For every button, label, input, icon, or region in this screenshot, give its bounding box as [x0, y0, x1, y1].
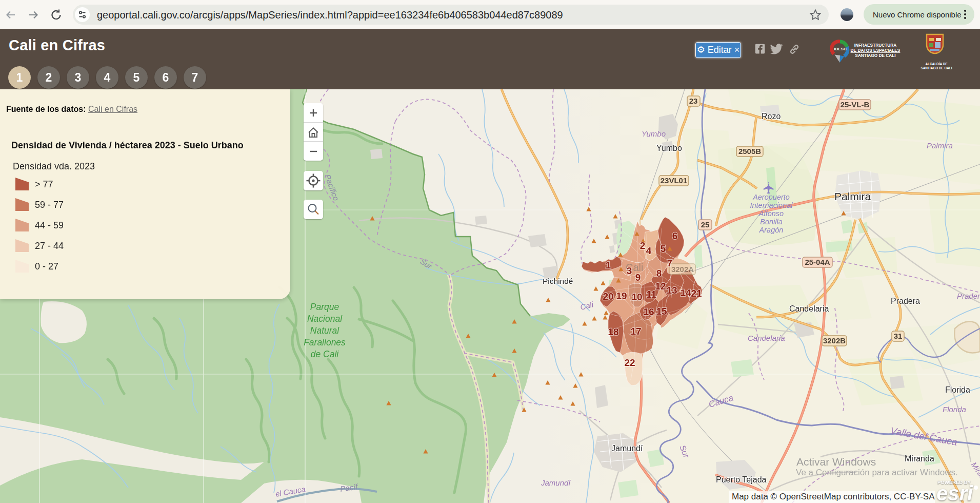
svg-text:IDESC: IDESC [834, 47, 847, 51]
svg-text:Nacional: Nacional [307, 314, 343, 324]
svg-text:25-04A: 25-04A [805, 258, 830, 266]
svg-text:Pradera: Pradera [957, 292, 980, 300]
svg-text:Parque: Parque [310, 302, 339, 312]
svg-text:16: 16 [643, 306, 654, 317]
svg-text:Alfonso: Alfonso [758, 209, 784, 218]
svg-text:6: 6 [672, 230, 678, 241]
svg-text:3202B: 3202B [823, 336, 846, 345]
svg-text:Yumbo: Yumbo [642, 129, 666, 138]
svg-text:Pradera: Pradera [891, 297, 920, 305]
svg-text:14: 14 [680, 287, 691, 298]
svg-text:15: 15 [656, 306, 667, 317]
svg-text:23: 23 [689, 96, 698, 105]
svg-text:17: 17 [630, 326, 641, 337]
svg-text:SANTIAGO DE CALI: SANTIAGO DE CALI [855, 53, 895, 58]
svg-text:12: 12 [655, 281, 666, 292]
svg-text:ALCALDÍA DE: ALCALDÍA DE [925, 62, 948, 66]
svg-text:INFRAESTRUCTURA: INFRAESTRUCTURA [854, 43, 897, 48]
svg-text:2505B: 2505B [738, 147, 761, 156]
svg-text:Rozo: Rozo [762, 112, 781, 121]
svg-text:Aragón: Aragón [759, 226, 784, 234]
svg-text:10: 10 [631, 292, 642, 302]
svg-text:1: 1 [606, 260, 611, 270]
svg-text:Candelaria: Candelaria [748, 334, 785, 342]
svg-text:25-VL-B: 25-VL-B [841, 100, 870, 109]
svg-text:Bonilla: Bonilla [760, 218, 783, 226]
svg-text:Pichindé: Pichindé [543, 277, 573, 285]
svg-text:Miranda: Miranda [905, 454, 934, 463]
svg-text:5: 5 [661, 243, 666, 254]
svg-text:20: 20 [603, 291, 613, 302]
svg-text:Jamundí: Jamundí [541, 478, 571, 487]
svg-text:13: 13 [666, 285, 677, 296]
svg-text:Farallones: Farallones [304, 337, 346, 347]
svg-text:Candelaria: Candelaria [789, 304, 829, 313]
svg-text:Internacional: Internacional [750, 201, 793, 209]
svg-text:Puerto Tejada: Puerto Tejada [716, 475, 767, 484]
svg-text:Natural: Natural [310, 325, 340, 336]
svg-text:8: 8 [656, 268, 662, 279]
svg-text:23VL01: 23VL01 [661, 176, 688, 185]
svg-text:Palmira: Palmira [927, 141, 953, 150]
svg-text:18: 18 [608, 326, 618, 337]
svg-text:3202A: 3202A [671, 265, 694, 274]
svg-text:Aeropuerto: Aeropuerto [752, 193, 790, 201]
svg-text:DE DATOS ESPACIALES: DE DATOS ESPACIALES [851, 48, 901, 53]
svg-text:22: 22 [624, 357, 635, 368]
svg-text:31: 31 [894, 332, 903, 340]
svg-text:esri: esri [936, 482, 973, 503]
svg-text:4: 4 [646, 245, 652, 256]
svg-text:de Cali: de Cali [311, 349, 339, 359]
svg-text:19: 19 [616, 291, 627, 301]
svg-text:Jamundí: Jamundí [611, 444, 643, 453]
svg-text:Florida: Florida [945, 385, 970, 394]
svg-text:2: 2 [640, 240, 646, 251]
svg-text:7: 7 [667, 258, 673, 268]
svg-text:Florida: Florida [943, 405, 966, 414]
svg-text:Palmira: Palmira [834, 190, 871, 202]
svg-text:25: 25 [701, 220, 710, 229]
svg-text:9: 9 [635, 272, 641, 283]
svg-text:Yumbo: Yumbo [656, 144, 682, 152]
svg-text:3: 3 [627, 265, 632, 276]
svg-text:21: 21 [691, 288, 702, 299]
svg-text:SANTIAGO DE CALI: SANTIAGO DE CALI [921, 66, 952, 70]
